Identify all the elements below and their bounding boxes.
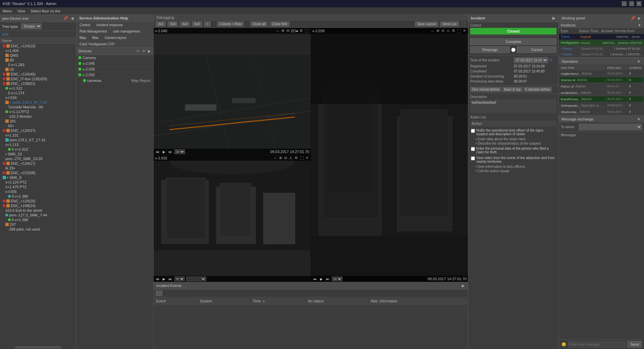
working-panel-pin-icon[interactable]: 📌 xyxy=(630,16,636,20)
left-panel-collapse-icon[interactable]: ◀ xyxy=(70,16,74,20)
menu-item-select-floor[interactable]: Select floor on the xyxy=(31,9,60,13)
grid-2x2-button[interactable]: 2x2 xyxy=(156,21,166,27)
list-item[interactable]: • SMK_8 xyxy=(0,175,76,180)
list-item[interactable]: pom.-270_SMK_23-20 xyxy=(0,156,76,161)
list-item[interactable]: v+1.117PTZ xyxy=(0,109,76,114)
list-item[interactable]: 0 v+1.388 xyxy=(0,217,76,222)
table-row[interactable]: Smirnov M. Admin 09.03.2017... 0 xyxy=(559,77,643,83)
action-checkbox-2[interactable] xyxy=(471,147,475,151)
map-report-link[interactable]: Map Report xyxy=(131,79,151,83)
to-whom-select[interactable] xyxy=(579,124,642,130)
maximize-button[interactable]: □ xyxy=(629,1,634,6)
camera-row[interactable]: Camera xyxy=(76,55,153,61)
camera-move-icon[interactable]: ↔ xyxy=(273,156,278,160)
list-item[interactable]: 0 v+1.388 xyxy=(0,194,76,199)
list-item[interactable]: -126.3 Monitor xyxy=(0,114,76,119)
incident-row-trans[interactable]: Trans... Expired 03/07/20... 03:20... xyxy=(559,34,644,40)
list-item[interactable]: 163.6 Exit to the street xyxy=(0,208,76,213)
radio-input[interactable] xyxy=(511,48,516,52)
undo-icon[interactable]: ↩ xyxy=(136,49,140,53)
table-row[interactable] xyxy=(154,310,467,311)
list-item[interactable]: • room.-129.1_IK_7-42 xyxy=(0,100,76,105)
list-item[interactable]: v+1.475 PTZ xyxy=(0,185,76,189)
camera-row[interactable]: v-2.039 xyxy=(76,66,153,72)
camera-fullscreen-icon[interactable]: ⛶ xyxy=(304,29,309,33)
grid-6x6-button[interactable]: 6x6 xyxy=(192,21,202,27)
save-layout-button[interactable]: Save Layout xyxy=(415,21,438,27)
camera-move-icon[interactable]: ↔ xyxy=(430,29,435,33)
grid-4x4-button[interactable]: 4x4 xyxy=(180,21,190,27)
complete-button[interactable]: Complete xyxy=(470,38,556,45)
table-row[interactable]: Ochroperato... Operator o... 03/06/2017.… xyxy=(559,103,643,108)
speed-select-3[interactable]: % xyxy=(174,277,185,281)
list-item[interactable]: 0 v+1.283 xyxy=(0,62,76,67)
close-devices-icon[interactable]: ✕ xyxy=(142,49,146,53)
camera-zoom-out-icon[interactable]: ⊖ xyxy=(286,29,290,33)
message-collapse-icon[interactable]: ▼ xyxy=(636,117,641,121)
list-item[interactable]: v-f.005 xyxy=(0,189,76,194)
list-item[interactable]: pom.178.2_KT_17-16 xyxy=(0,138,76,142)
tab-map[interactable]: Map xyxy=(76,35,89,41)
list-item[interactable]: ENC_+124(17) xyxy=(0,161,76,166)
message-input[interactable] xyxy=(568,341,626,348)
list-item[interactable]: ENC_+124(10) xyxy=(0,44,76,48)
list-item[interactable]: • SMK_10 xyxy=(0,152,76,156)
incidents-collapse-icon[interactable]: ▼ xyxy=(637,23,642,27)
list-item[interactable]: Turnstile Marriott - 04 xyxy=(0,105,76,109)
list-item[interactable]: ENC_+223(08) xyxy=(0,170,76,175)
grid-plus-button[interactable]: + xyxy=(204,21,211,27)
table-row[interactable] xyxy=(154,312,467,314)
list-item[interactable]: v+1.101 xyxy=(0,133,76,138)
events-expand-icon[interactable]: ▶ xyxy=(461,284,465,288)
table-row[interactable]: Sharkovsky... Admin 09.03.2017... 0 xyxy=(559,109,643,115)
camera-row[interactable]: v-2.032 xyxy=(76,72,153,78)
next-btn[interactable]: ⏭ xyxy=(168,277,173,281)
tab-control[interactable]: Control xyxy=(76,22,93,28)
list-item[interactable]: tk 29+ xyxy=(0,166,76,170)
tab-role-management[interactable]: Role Management xyxy=(76,28,110,35)
timestamp-select-3[interactable] xyxy=(186,277,206,281)
operators-collapse-icon[interactable]: ▼ xyxy=(636,59,641,63)
list-item[interactable]: ENC_+124(37) xyxy=(0,128,76,133)
tree-type-select[interactable]: Groups xyxy=(21,23,42,29)
fullscreen-icon[interactable]: ⛶ xyxy=(461,22,466,26)
left-panel-pin-icon[interactable]: 📌 xyxy=(63,16,69,20)
tab-user-management[interactable]: user management xyxy=(110,28,143,35)
play-btn[interactable]: ▶ xyxy=(162,277,166,281)
camera-row[interactable]: v-2.045 xyxy=(76,61,153,66)
back-to-top-button[interactable]: Back to top xyxy=(502,87,523,92)
camera-settings-icon[interactable]: ⚙ xyxy=(299,29,304,33)
camera-move-icon[interactable]: ↔ xyxy=(275,29,280,33)
action-checkbox-3[interactable] xyxy=(471,156,475,160)
edit-button[interactable]: Edit xyxy=(2,32,8,36)
incident-row-moshe[interactable]: • Moshe... Closed 07.03.20... | Smirnov.… xyxy=(559,52,644,57)
list-item[interactable]: ENC_IT-box (135)(03) xyxy=(0,77,76,81)
send-button[interactable]: Send xyxy=(627,341,642,348)
resize-handle[interactable] xyxy=(15,346,61,348)
one-minute-before-button[interactable]: One minute before xyxy=(470,87,501,92)
camera-fullscreen-icon[interactable]: ⛶ xyxy=(457,29,462,33)
speed-select-2[interactable]: 1x xyxy=(332,277,342,281)
next-btn[interactable]: ⏭ xyxy=(325,277,330,281)
list-item[interactable]: v+1.312 xyxy=(0,86,76,91)
list-item[interactable]: ENC_+124(26) xyxy=(0,199,76,203)
status-closed-button[interactable]: Closed xyxy=(470,28,556,35)
camera-alert-icon[interactable]: ⚠ xyxy=(288,156,293,160)
tab-camera-layout[interactable]: Camera layout xyxy=(102,35,129,41)
list-item[interactable]: v-f.034 xyxy=(0,95,76,100)
list-item[interactable]: v+1.409 xyxy=(0,48,76,53)
menu-item-menu[interactable]: Menu xyxy=(3,9,12,13)
camera-settings-icon[interactable]: ⚙ xyxy=(451,29,456,33)
table-row[interactable]: AviglionServi... Admin 09.03.2017... 0 xyxy=(559,71,643,77)
emoji-icon[interactable]: 😊 xyxy=(561,342,567,347)
camera-zoom-in-icon[interactable]: ⊕ xyxy=(436,29,440,33)
table-row[interactable]: Petrov I.P. Admin 09.03.17... 0 xyxy=(559,84,643,89)
list-item[interactable]: 50+ xyxy=(0,123,76,128)
list-item[interactable]: ENC_+124(40) xyxy=(0,72,76,77)
speed-select[interactable]: 1x xyxy=(174,149,185,154)
camera-alert-icon[interactable]: ⚠ xyxy=(446,29,450,33)
five-minutes-before-button[interactable]: 5 minutes before xyxy=(524,87,552,92)
time-sort-icon[interactable]: ▼ xyxy=(262,300,266,303)
table-row[interactable]: EventProces... Admin 09.03.2017... 0 xyxy=(559,96,643,102)
device-tree-content[interactable]: ENC_+124(10) v+1.409 QMS 80 0 v+1.283 20 xyxy=(0,44,76,346)
